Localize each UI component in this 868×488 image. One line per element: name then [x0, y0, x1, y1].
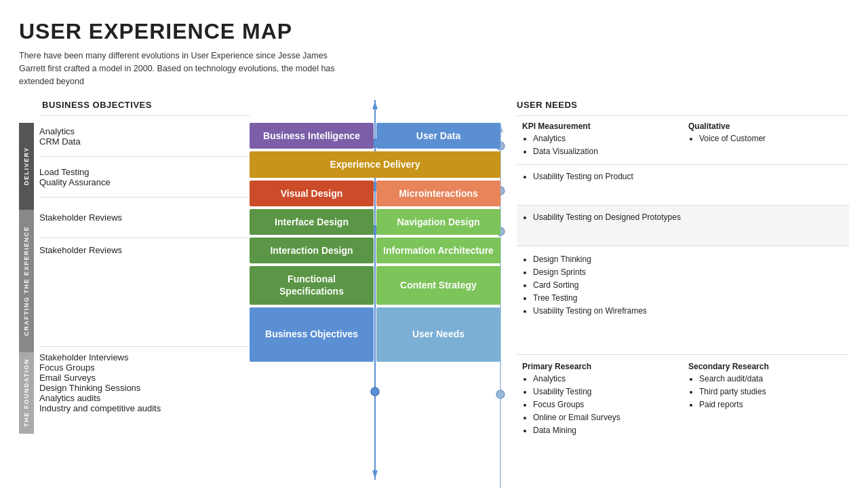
list-item: Online or Email Surveys: [533, 411, 677, 424]
list-item: Design Thinking: [533, 253, 844, 266]
side-label-crafting: CRAFTING THE EXPERIENCE: [19, 210, 34, 352]
block-row-3: Visual Design Microinteractions: [250, 181, 500, 206]
side-labels: DELIVERY CRAFTING THE EXPERIENCE THE FOU…: [19, 100, 34, 443]
list-item: Design Thinking Sessions: [39, 383, 161, 393]
svg-marker-2: [372, 470, 378, 478]
right-col-primary-research: Primary Research Analytics Usability Tes…: [517, 360, 683, 439]
block-row-4: Interface Design Navigation Design: [250, 209, 500, 235]
page-title: USER EXPERIENCE MAP: [19, 19, 849, 44]
list-item: Voice of Customer: [699, 132, 844, 145]
block-row-6: Functional Specifications Content Strate…: [250, 266, 500, 304]
side-label-foundation: THE FOUNDATION: [19, 352, 34, 434]
list-item: Usability Testing: [533, 386, 677, 398]
list-item: Search audit/data: [699, 373, 844, 386]
list-item: Data Visualization: [533, 145, 677, 158]
block-navigation-design: Navigation Design: [376, 209, 500, 235]
list-item: Usability Testing on Designed Prototypes: [533, 211, 844, 224]
list-item: Analytics: [533, 373, 677, 386]
page-subtitle: There have been many different evolution…: [19, 50, 344, 88]
list-item: Design Sprints: [533, 266, 844, 279]
block-row-1: Business Intelligence User Data: [250, 123, 500, 149]
left-rows-wrapper: Analytics CRM Data Load Testing Quality …: [39, 115, 250, 428]
list-item: Data Mining: [533, 424, 677, 437]
secondary-research-label: Secondary Research: [688, 362, 844, 371]
right-col-secondary-research: Secondary Research Search audit/data Thi…: [683, 360, 849, 413]
right-row-3: Usability Testing on Designed Prototypes: [517, 205, 849, 246]
list-item: Email Surveys: [39, 373, 161, 383]
list-item: Industry and competitive audits: [39, 403, 161, 413]
left-row-delivery2: Load Testing Quality Assurance: [39, 156, 250, 197]
left-section: DELIVERY CRAFTING THE EXPERIENCE THE FOU…: [19, 100, 250, 443]
list-item: Paid reports: [699, 398, 844, 411]
side-label-delivery: DELIVERY: [19, 123, 34, 210]
design-thinking-list: Design Thinking Design Sprints Card Sort…: [522, 253, 844, 318]
left-row-crafting1: Stakeholder Reviews: [39, 197, 250, 238]
usability-product-list: Usability Testing on Product: [522, 170, 844, 183]
right-row-1: KPI Measurement Analytics Data Visualiza…: [517, 115, 849, 164]
block-visual-design: Visual Design: [250, 181, 374, 206]
kpi-label: KPI Measurement: [522, 121, 677, 131]
list-item: Stakeholder Reviews: [39, 245, 122, 255]
list-item: Tree Testing: [533, 292, 844, 305]
delivery1-list: Analytics CRM Data: [39, 126, 81, 147]
right-row-4: Design Thinking Design Sprints Card Sort…: [517, 246, 849, 354]
qualitative-label: Qualitative: [688, 121, 844, 131]
block-experience-delivery: Experience Delivery: [250, 151, 500, 177]
left-header: BUSINESS OBJECTIVES: [39, 100, 250, 110]
left-content: BUSINESS OBJECTIVES Analytics CRM Data L…: [34, 100, 250, 443]
list-item: Usability Testing on Wireframes: [533, 305, 844, 318]
main-layout: DELIVERY CRAFTING THE EXPERIENCE THE FOU…: [19, 100, 849, 443]
list-item: Analytics: [39, 126, 81, 136]
right-col-design-thinking: Design Thinking Design Sprints Card Sort…: [517, 252, 849, 320]
page-container: USER EXPERIENCE MAP There have been many…: [0, 0, 868, 457]
block-user-data: User Data: [376, 123, 500, 149]
block-content-strategy: Content Strategy: [376, 266, 500, 304]
left-row-delivery1: Analytics CRM Data: [39, 115, 250, 156]
right-section: USER NEEDS KPI Measurement Analytics Dat…: [500, 100, 849, 443]
block-interaction-design: Interaction Design: [250, 238, 374, 263]
list-item: Quality Assurance: [39, 177, 111, 187]
right-col-kpi: KPI Measurement Analytics Data Visualiza…: [517, 120, 683, 159]
block-functional-specs: Functional Specifications: [250, 266, 374, 304]
block-microinteractions: Microinteractions: [376, 181, 500, 206]
crafting1-list: Stakeholder Reviews: [39, 212, 122, 223]
block-row-5: Interaction Design Information Architect…: [250, 238, 500, 263]
block-row-7: Business Objectives User Needs: [250, 307, 500, 362]
list-item: Load Testing: [39, 167, 111, 177]
foundation-list: Stakeholder Interviews Focus Groups Emai…: [39, 352, 161, 413]
list-item: CRM Data: [39, 136, 81, 147]
delivery2-list: Load Testing Quality Assurance: [39, 167, 111, 187]
center-blocks: Business Intelligence User Data Experien…: [250, 123, 500, 361]
primary-research-label: Primary Research: [522, 362, 677, 371]
list-item: Focus Groups: [533, 398, 677, 411]
kpi-list: Analytics Data Visualization: [522, 132, 677, 158]
block-interface-design: Interface Design: [250, 209, 374, 235]
block-information-architecture: Information Architecture: [376, 238, 500, 263]
block-row-2: Experience Delivery: [250, 151, 500, 177]
usability-prototypes-list: Usability Testing on Designed Prototypes: [522, 211, 844, 224]
list-item: Card Sorting: [533, 279, 844, 292]
list-item: Stakeholder Interviews: [39, 352, 161, 362]
right-rows: KPI Measurement Analytics Data Visualiza…: [517, 115, 849, 443]
list-item: Third party studies: [699, 386, 844, 398]
right-header: USER NEEDS: [517, 100, 849, 110]
right-row-2: Usability Testing on Product: [517, 164, 849, 205]
svg-point-6: [371, 388, 379, 396]
primary-research-list: Analytics Usability Testing Focus Groups…: [522, 373, 677, 438]
crafting2-list: Stakeholder Reviews: [39, 245, 122, 255]
qualitative-list: Voice of Customer: [688, 132, 844, 145]
list-item: Focus Groups: [39, 362, 161, 373]
right-col-usability-product: Usability Testing on Product: [517, 169, 849, 201]
right-col-qualitative: Qualitative Voice of Customer: [683, 120, 849, 159]
block-business-intelligence: Business Intelligence: [250, 123, 374, 149]
list-item: Analytics: [533, 132, 677, 145]
right-row-5: Primary Research Analytics Usability Tes…: [517, 354, 849, 443]
list-item: Stakeholder Reviews: [39, 212, 122, 223]
list-item: Analytics audits: [39, 393, 161, 403]
svg-marker-1: [372, 101, 378, 109]
secondary-research-list: Search audit/data Third party studies Pa…: [688, 373, 844, 412]
center-section: Business Intelligence User Data Experien…: [250, 100, 500, 443]
block-user-needs: User Needs: [376, 307, 500, 362]
right-col-usability-prototypes: Usability Testing on Designed Prototypes: [517, 210, 849, 242]
list-item: Usability Testing on Product: [533, 170, 844, 183]
